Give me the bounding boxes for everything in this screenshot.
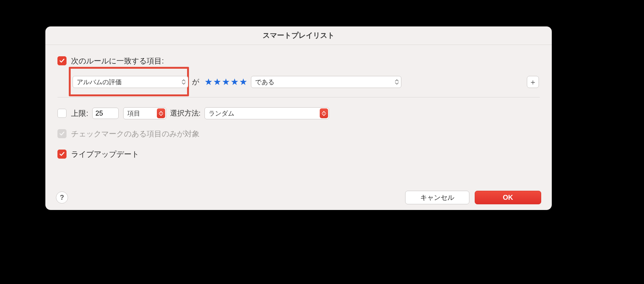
limit-method-select[interactable]: ランダム <box>204 107 329 119</box>
check-icon <box>59 58 65 63</box>
star-icon: ★ <box>231 77 239 86</box>
checked-only-row: チェックマークのある項目のみが対象 <box>57 126 540 141</box>
rule-row: アルバムの評価 が ★ ★ ★ ★ ★ である ＋ <box>57 74 540 97</box>
limit-method-label: 選択方法: <box>170 108 201 118</box>
smart-playlist-dialog: スマートプレイリスト 次のルールに一致する項目: アルバムの評価 が ★ ★ ★ <box>45 26 552 210</box>
stepper-icon <box>157 108 165 118</box>
cancel-button-label: キャンセル <box>420 193 454 202</box>
rule-operator-value: である <box>255 78 274 86</box>
help-icon: ? <box>60 194 64 202</box>
match-rules-row: 次のルールに一致する項目: <box>57 53 540 68</box>
live-update-label: ライブアップデート <box>71 149 139 159</box>
limit-unit-select[interactable]: 項目 <box>123 107 166 119</box>
ok-button-label: OK <box>503 194 513 202</box>
limit-row: 上限: 項目 選択方法: ランダム <box>57 106 540 121</box>
match-rules-checkbox[interactable] <box>57 56 67 65</box>
star-icon: ★ <box>213 77 222 86</box>
live-update-checkbox[interactable] <box>57 150 67 159</box>
help-button[interactable]: ? <box>56 191 68 204</box>
star-icon: ★ <box>204 77 213 86</box>
match-rules-label: 次のルールに一致する項目: <box>71 56 164 66</box>
stepper-icon <box>320 108 328 118</box>
rule-field-select[interactable]: アルバムの評価 <box>73 76 188 88</box>
updown-icon <box>395 79 399 85</box>
star-icon: ★ <box>239 77 248 86</box>
dialog-title: スマートプレイリスト <box>45 26 552 45</box>
limit-value-input[interactable] <box>92 108 119 119</box>
add-rule-button[interactable]: ＋ <box>527 76 539 88</box>
rule-field-value: アルバムの評価 <box>77 78 122 86</box>
live-update-row: ライブアップデート <box>57 147 540 162</box>
limit-checkbox[interactable] <box>57 109 67 118</box>
rule-joiner-text: が <box>192 77 199 87</box>
limit-method-value: ランダム <box>209 109 234 118</box>
plus-icon: ＋ <box>529 77 537 87</box>
ok-button[interactable]: OK <box>475 191 541 204</box>
rating-stars[interactable]: ★ ★ ★ ★ ★ <box>204 77 248 86</box>
dialog-content: 次のルールに一致する項目: アルバムの評価 が ★ ★ ★ ★ ★ である <box>45 45 552 162</box>
checked-only-checkbox <box>57 129 67 138</box>
check-icon <box>59 131 65 136</box>
updown-icon <box>181 79 186 85</box>
cancel-button[interactable]: キャンセル <box>405 191 469 204</box>
limit-label: 上限: <box>71 108 88 119</box>
check-icon <box>59 151 65 157</box>
checked-only-label: チェックマークのある項目のみが対象 <box>71 129 200 139</box>
limit-unit-value: 項目 <box>127 109 140 118</box>
dialog-footer: ? キャンセル OK <box>45 185 552 210</box>
rule-operator-select[interactable]: である <box>251 76 401 88</box>
star-icon: ★ <box>222 77 231 86</box>
